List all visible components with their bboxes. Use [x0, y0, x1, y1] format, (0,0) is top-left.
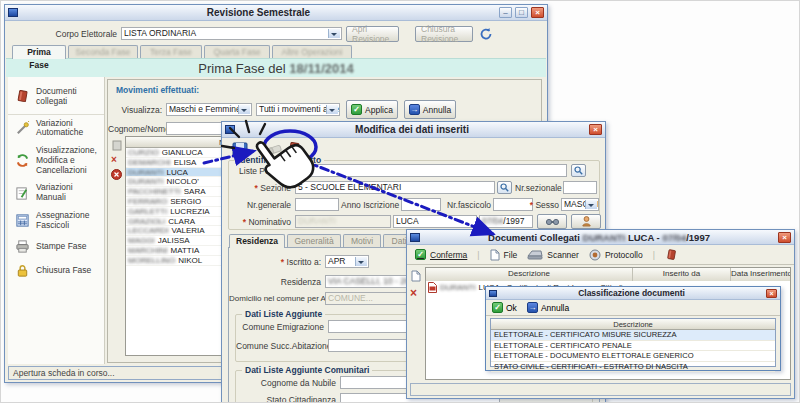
corpo-elettorale-select[interactable]: LISTA ORDINARIA — [121, 27, 342, 40]
tab-terza-fase[interactable]: Terza Fase — [140, 45, 202, 59]
window-classificazione-documenti: Classificazione documenti × ✓Ok →Annulla… — [485, 286, 781, 371]
sezione-label: Sezione — [229, 183, 291, 193]
sidebar-item-variazioni-automatiche[interactable]: Variazioni Automatiche — [8, 115, 104, 143]
liste-persone-input[interactable] — [295, 164, 567, 177]
iscritto-a-label: Iscritto a: — [229, 257, 321, 267]
nr-generale-input[interactable] — [295, 198, 339, 211]
sidebar-item-variazioni-manuali[interactable]: Variazioni Manuali — [8, 179, 104, 207]
protocollo-button[interactable]: Protocollo — [589, 249, 643, 261]
phase-date: 18/11/2014 — [289, 61, 353, 76]
toolbar-separator: | — [653, 250, 655, 260]
sidebar-item-assegnazione-fascicoli[interactable]: Assegnazione Fascicoli — [8, 207, 104, 235]
col-inserito-da[interactable]: Inserito da — [633, 268, 731, 281]
classificazione-toolbar: ✓Ok →Annulla — [486, 300, 780, 316]
tab-altre-operazioni[interactable]: Altre Operazioni — [272, 45, 352, 59]
search-button[interactable] — [497, 181, 512, 194]
classification-row[interactable]: ELETTORALE - CERTIFICATO PENALE — [491, 341, 775, 352]
col-descrizione[interactable]: Descrizione — [426, 268, 633, 281]
new-file-icon[interactable] — [410, 270, 422, 282]
classificazione-table: Descrizione ELETTORALE - CERTIFICATO MIS… — [490, 318, 776, 367]
documenti-toolbar: ✓Conferma | File Scanner Protocollo | — [407, 245, 794, 265]
person-button[interactable] — [571, 214, 601, 229]
anno-iscrizione-input[interactable] — [401, 198, 441, 211]
window-title: Classificazione documenti — [500, 288, 763, 298]
titlebar-modifica[interactable]: Modifica dei dati inseriti × — [222, 122, 605, 138]
col-descrizione[interactable]: Descrizione — [491, 319, 775, 330]
close-button[interactable]: × — [778, 232, 791, 243]
tab-seconda-fase[interactable]: Seconda Fase — [68, 45, 138, 59]
arrow-icon: → — [527, 302, 538, 313]
close-button[interactable]: × — [589, 124, 602, 135]
scanner-icon — [527, 249, 543, 260]
conferma-button[interactable]: ✓Conferma — [415, 249, 467, 260]
red-book-icon[interactable] — [665, 248, 678, 262]
stop-icon[interactable] — [111, 169, 122, 180]
notepad-pencil-icon — [14, 185, 31, 201]
ok-button[interactable]: ✓Ok — [492, 302, 517, 313]
check-icon: ✓ — [351, 104, 362, 115]
binoculars-icon — [546, 218, 559, 226]
comune-succ-label: Comune Succ.Abitazione — [236, 341, 324, 351]
classification-row[interactable]: ELETTORALE - CERTIFICATO MISURE SICUREZZ… — [491, 330, 775, 341]
iscritto-a-select[interactable]: APR — [325, 255, 369, 268]
movements-title: Movimenti effettuati: — [116, 85, 199, 95]
movement-filter-select[interactable]: Tutti i movimenti a verb... — [256, 103, 340, 116]
tab-motivi[interactable]: Motivi — [343, 234, 381, 248]
sesso-label: Sesso — [529, 200, 559, 210]
sezione-input[interactable]: 5 - SCUOLE ELEMENTARI — [295, 181, 495, 194]
applica-button[interactable]: ✓Applica — [346, 100, 398, 119]
annulla-button[interactable]: →Annulla — [404, 100, 456, 119]
sidebar-item-documenti-collegati[interactable]: Documenti collegati — [8, 83, 104, 115]
nr-fascicolo-input[interactable] — [493, 198, 533, 211]
col-data-inserimento[interactable]: Data Inserimento — [731, 268, 790, 281]
delete-x-icon[interactable]: × — [410, 286, 422, 300]
sidebar-item-visualizzazione-modifica[interactable]: Visualizzazione, Modifica e Cancellazion… — [8, 142, 104, 179]
tab-prima-fase[interactable]: Prima Fase — [12, 45, 66, 59]
titlebar-revisione[interactable]: Revisione Semestrale – □ × — [5, 5, 547, 21]
sidebar: Documenti collegati Variazioni Automatic… — [8, 77, 105, 364]
red-book-icon — [14, 89, 31, 105]
cognome-nome-label: Cognome/Nome — [108, 124, 162, 134]
nominativo-name-input[interactable]: LUCA — [393, 215, 477, 228]
file-button[interactable]: File — [490, 249, 518, 261]
close-button[interactable]: × — [766, 289, 777, 298]
nominativo-surname-input[interactable]: DURANTI — [295, 215, 391, 228]
minimize-button[interactable]: – — [499, 7, 512, 18]
chiusura-revisione-button[interactable]: Chiusura Revisione — [415, 26, 473, 42]
anno-iscrizione-label: Anno Iscrizione — [341, 200, 399, 210]
documenti-status-bar — [410, 383, 791, 396]
protocollo-stamp-icon — [589, 249, 601, 261]
classification-row[interactable]: STATO CIVILE - CERTIFICATI - ESTRATTO DI… — [491, 362, 775, 373]
nr-sezionale-label: Nr.sezionale — [515, 183, 561, 193]
refresh-icon[interactable] — [478, 26, 494, 42]
birth-date-input[interactable]: 07/04/1997 — [479, 215, 533, 228]
scanner-button[interactable]: Scanner — [527, 249, 579, 260]
sheet-icon[interactable] — [111, 140, 122, 151]
gender-filter-select[interactable]: Maschi e Femmine — [166, 103, 252, 116]
lock-icon — [14, 262, 31, 278]
restore-button[interactable]: □ — [515, 7, 528, 18]
tab-residenza[interactable]: Residenza — [229, 234, 285, 248]
nr-sezionale-input[interactable] — [563, 181, 597, 194]
binoculars-button[interactable] — [537, 214, 567, 229]
sidebar-item-stampe-fase[interactable]: Stampe Fase — [8, 234, 104, 258]
sesso-select[interactable]: MASCHILE — [561, 198, 599, 211]
file-icon — [490, 249, 500, 261]
titlebar-classificazione[interactable]: Classificazione documenti × — [486, 287, 780, 300]
table-header-row: Descrizione Inserito da Data Inserimento — [426, 268, 790, 281]
screenshot-canvas: Revisione Semestrale – □ × Corpo Elettor… — [0, 0, 800, 403]
close-button[interactable]: × — [531, 7, 544, 18]
delete-x-icon[interactable]: × — [111, 154, 122, 165]
app-icon — [8, 8, 18, 17]
arrow-icon: → — [409, 104, 420, 115]
apri-revisione-button[interactable]: Apri Revisione — [346, 26, 399, 42]
search-button[interactable] — [571, 164, 586, 177]
annulla-button[interactable]: →Annulla — [527, 302, 569, 313]
tab-quarta-fase[interactable]: Quarta Fase — [204, 45, 270, 59]
tab-generalita[interactable]: Generalità — [287, 234, 341, 248]
titlebar-documenti[interactable]: Documenti Collegati DURANTI LUCA - 07/04… — [407, 230, 794, 245]
window-title: Modifica dei dati inseriti — [238, 124, 586, 135]
classification-row[interactable]: ELETTORALE - DOCUMENTO ELETTORALE GENERI… — [491, 351, 775, 362]
sidebar-item-chiusura-fase[interactable]: Chiusura Fase — [8, 258, 104, 282]
cognome-nubile-label: Cognome da Nubile — [236, 378, 336, 388]
